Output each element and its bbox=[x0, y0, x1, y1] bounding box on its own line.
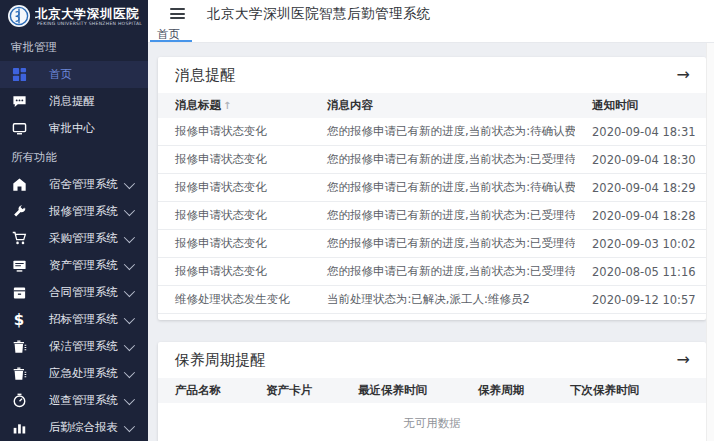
sidebar-item-label: 招标管理系统 bbox=[49, 312, 124, 327]
sidebar-item-label: 保洁管理系统 bbox=[49, 339, 124, 354]
stopwatch-icon bbox=[11, 393, 27, 409]
sidebar-item-procurement-system[interactable]: 采购管理系统 bbox=[0, 225, 148, 252]
hospital-logo: 北京大学深圳医院 PEKING UNIVERSITY SHENZHEN HOSP… bbox=[0, 0, 148, 32]
chevron-down-icon bbox=[124, 420, 135, 431]
message-table-header: 消息标题 ↑ 消息内容 通知时间 bbox=[158, 93, 706, 118]
sidebar-item-messages[interactable]: 消息提醒 bbox=[0, 88, 148, 115]
chevron-down-icon bbox=[124, 366, 135, 377]
home-icon bbox=[11, 177, 27, 193]
content-area: 消息提醒 → 消息标题 ↑ 消息内容 通知时间 报修申请状态变化 您的报修申请已… bbox=[148, 43, 714, 441]
calendar-icon bbox=[11, 285, 27, 301]
table-row[interactable]: 报修申请状态变化 您的报修申请已有新的进度,当前状态为:待确认费用 2020-0… bbox=[158, 118, 706, 146]
column-header-next-maintenance[interactable]: 下次保养时间 bbox=[553, 383, 706, 398]
monitor-icon bbox=[11, 121, 27, 137]
app-title: 北京大学深圳医院智慧后勤管理系统 bbox=[207, 5, 431, 23]
tab-home[interactable]: 首页 bbox=[150, 27, 192, 42]
sidebar-item-repair-system[interactable]: 报修管理系统 bbox=[0, 198, 148, 225]
chevron-down-icon bbox=[124, 393, 135, 404]
shopping-cart-icon bbox=[11, 231, 27, 247]
maintenance-table-header: 产品名称 资产卡片 最近保养时间 保养周期 下次保养时间 bbox=[158, 378, 706, 403]
sidebar-item-approval-center[interactable]: 审批中心 bbox=[0, 115, 148, 142]
sidebar-item-label: 资产管理系统 bbox=[49, 258, 124, 273]
chevron-down-icon bbox=[124, 312, 135, 323]
chevron-down-icon bbox=[124, 258, 135, 269]
column-header-cycle[interactable]: 保养周期 bbox=[461, 383, 553, 398]
hospital-name-en: PEKING UNIVERSITY SHENZHEN HOSPITAL bbox=[35, 21, 142, 26]
sidebar-item-home[interactable]: 首页 bbox=[0, 61, 148, 88]
sidebar-item-contract-system[interactable]: 合同管理系统 bbox=[0, 279, 148, 306]
table-row[interactable]: 报修申请状态变化 您的报修申请已有新的进度,当前状态为:已受理待派工 2020-… bbox=[158, 230, 706, 258]
main-area: 北京大学深圳医院智慧后勤管理系统 首页 消息提醒 → 消息标题 ↑ 消息内容 通… bbox=[148, 0, 714, 441]
table-row[interactable]: 报修申请状态变化 您的报修申请已有新的进度,当前状态为:待确认费用 2020-0… bbox=[158, 174, 706, 202]
sidebar-item-label: 报修管理系统 bbox=[49, 204, 124, 219]
sidebar-item-dormitory-system[interactable]: 宿舍管理系统 bbox=[0, 171, 148, 198]
sidebar-item-asset-system[interactable]: 资产管理系统 bbox=[0, 252, 148, 279]
sidebar-item-label: 后勤综合报表 bbox=[49, 420, 124, 435]
column-header-last-maintenance[interactable]: 最近保养时间 bbox=[341, 383, 461, 398]
sidebar-item-inspection-system[interactable]: 巡查管理系统 bbox=[0, 387, 148, 414]
sidebar-item-bidding-system[interactable]: $ 招标管理系统 bbox=[0, 306, 148, 333]
sidebar-item-label: 宿舍管理系统 bbox=[49, 177, 124, 192]
trash-icon bbox=[11, 339, 27, 355]
sort-asc-icon: ↑ bbox=[223, 100, 231, 111]
wrench-icon bbox=[11, 204, 27, 220]
chevron-down-icon bbox=[124, 231, 135, 242]
hospital-name: 北京大学深圳医院 bbox=[35, 7, 142, 21]
column-header-content[interactable]: 消息内容 bbox=[310, 98, 575, 113]
sidebar-item-label: 巡查管理系统 bbox=[49, 393, 124, 408]
tab-bar: 首页 bbox=[148, 27, 714, 43]
scrollbar-track[interactable] bbox=[706, 43, 714, 441]
column-header-product-name[interactable]: 产品名称 bbox=[158, 383, 249, 398]
arrow-right-icon[interactable]: → bbox=[677, 67, 690, 83]
sidebar-item-label: 合同管理系统 bbox=[49, 285, 124, 300]
sidebar-item-label: 采购管理系统 bbox=[49, 231, 124, 246]
maintenance-cycle-card: 保养周期提醒 → 产品名称 资产卡片 最近保养时间 保养周期 下次保养时间 无可… bbox=[158, 342, 706, 441]
asset-card-icon bbox=[11, 258, 27, 274]
empty-state-text: 无可用数据 bbox=[158, 403, 706, 441]
hospital-emblem-icon bbox=[7, 4, 31, 28]
message-card-title: 消息提醒 bbox=[175, 66, 235, 85]
sidebar-item-logistics-reports[interactable]: 后勤综合报表 bbox=[0, 414, 148, 441]
sidebar-item-cleaning-system[interactable]: 保洁管理系统 bbox=[0, 333, 148, 360]
arrow-right-icon[interactable]: → bbox=[677, 352, 690, 368]
column-header-title[interactable]: 消息标题 ↑ bbox=[158, 98, 310, 113]
sidebar-item-label: 应急处理系统 bbox=[49, 366, 124, 381]
table-row[interactable]: 报修申请状态变化 您的报修申请已有新的进度,当前状态为:已受理待派工 2020-… bbox=[158, 146, 706, 174]
sidebar-item-emergency-system[interactable]: 应急处理系统 bbox=[0, 360, 148, 387]
sidebar: 北京大学深圳医院 PEKING UNIVERSITY SHENZHEN HOSP… bbox=[0, 0, 148, 441]
column-header-asset-card[interactable]: 资产卡片 bbox=[249, 383, 341, 398]
section-label-approval: 审批管理 bbox=[0, 32, 148, 61]
section-label-all-functions: 所有功能 bbox=[0, 142, 148, 171]
table-row[interactable]: 维修处理状态发生变化 当前处理状态为:已解决,派工人:维修员2 2020-09-… bbox=[158, 286, 706, 314]
app-window: 北京大学深圳医院 PEKING UNIVERSITY SHENZHEN HOSP… bbox=[0, 0, 714, 441]
chevron-down-icon bbox=[124, 285, 135, 296]
message-reminders-card: 消息提醒 → 消息标题 ↑ 消息内容 通知时间 报修申请状态变化 您的报修申请已… bbox=[158, 57, 706, 320]
chevron-down-icon bbox=[124, 204, 135, 215]
column-header-time[interactable]: 通知时间 bbox=[575, 98, 706, 113]
dashboard-icon bbox=[11, 67, 27, 83]
table-row[interactable]: 报修申请状态变化 您的报修申请已有新的进度,当前状态为:已受理待派工 2020-… bbox=[158, 258, 706, 286]
dollar-icon: $ bbox=[11, 312, 27, 328]
maintenance-card-title: 保养周期提醒 bbox=[175, 351, 265, 370]
chevron-down-icon bbox=[124, 339, 135, 350]
top-header: 北京大学深圳医院智慧后勤管理系统 bbox=[148, 0, 714, 27]
hamburger-menu-icon[interactable] bbox=[170, 8, 185, 19]
sidebar-item-label: 审批中心 bbox=[49, 121, 140, 136]
bar-chart-icon bbox=[11, 420, 27, 436]
table-row[interactable]: 报修申请状态变化 您的报修申请已有新的进度,当前状态为:已受理待派工 2020-… bbox=[158, 202, 706, 230]
sidebar-item-label: 消息提醒 bbox=[49, 94, 140, 109]
chevron-down-icon bbox=[124, 177, 135, 188]
chat-bubble-icon bbox=[11, 94, 27, 110]
sidebar-item-label: 首页 bbox=[49, 67, 140, 82]
trash-icon bbox=[11, 366, 27, 382]
